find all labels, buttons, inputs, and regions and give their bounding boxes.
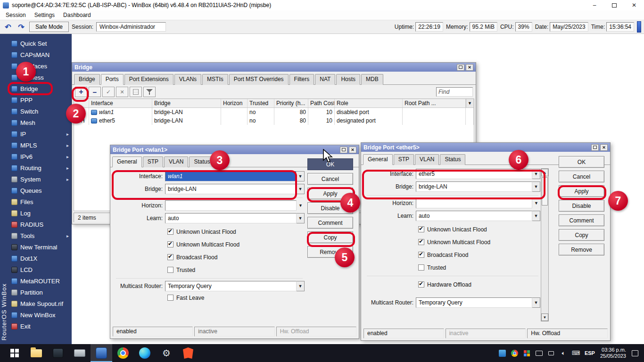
tab-status[interactable]: Status: [440, 154, 465, 165]
sidebar-item-dot1x[interactable]: Dot1X: [8, 253, 72, 264]
tab-general[interactable]: General: [112, 156, 142, 167]
tab-vlan[interactable]: VLAN: [415, 154, 439, 165]
close-icon[interactable]: ✕: [466, 64, 473, 71]
column-trusted[interactable]: Trusted: [248, 99, 274, 107]
dialog-titlebar[interactable]: Bridge Port <wlan1> ✕: [110, 145, 359, 154]
column-horizon[interactable]: Horizon: [221, 99, 248, 107]
file-explorer-icon[interactable]: [25, 344, 47, 362]
learn-field[interactable]: auto: [165, 213, 297, 223]
chevron-down-icon[interactable]: ▼: [532, 198, 540, 208]
keyboard-icon[interactable]: ⌨: [572, 350, 579, 357]
menu-settings[interactable]: Settings: [31, 11, 58, 19]
tab-filters[interactable]: Filters: [289, 74, 314, 85]
unknown-multicast-flood-checkbox[interactable]: [167, 241, 173, 247]
sidebar-item-ppp[interactable]: PPP: [8, 94, 72, 106]
cancel-button[interactable]: Cancel: [307, 173, 353, 185]
safe-mode-button[interactable]: Safe Mode: [29, 22, 69, 32]
winbox-taskbar-icon[interactable]: [91, 344, 112, 362]
sidebar-item-new-winbox[interactable]: New WinBox: [8, 309, 72, 321]
table-row[interactable]: I wlan1 bridge-LAN no 80 10 disabled por…: [74, 108, 474, 116]
enable-button[interactable]: ✓: [102, 87, 115, 97]
chevron-down-icon[interactable]: ▼: [297, 200, 305, 211]
tab-vlan[interactable]: VLAN: [164, 156, 188, 167]
volume-muted-icon[interactable]: 🔈︎: [560, 350, 567, 357]
unknown-unicast-flood-checkbox[interactable]: [418, 226, 424, 232]
sort-button[interactable]: ▼: [466, 99, 474, 107]
tab-stp[interactable]: STP: [143, 156, 163, 167]
bridge-window-titlebar[interactable]: Bridge ✕: [72, 63, 476, 72]
sidebar-item-log[interactable]: Log: [8, 207, 72, 219]
unknown-unicast-flood-checkbox[interactable]: [167, 229, 173, 235]
sidebar-item-queues[interactable]: Queues: [8, 185, 72, 196]
remove-button[interactable]: Remove: [559, 244, 604, 255]
chevron-down-icon[interactable]: ▼: [297, 184, 305, 194]
sidebar-item-partition[interactable]: Partition: [8, 287, 72, 298]
disable-button[interactable]: Disable: [559, 200, 604, 212]
restore-icon[interactable]: [457, 64, 464, 71]
sidebar-item-metarouter[interactable]: MetaROUTER: [8, 275, 72, 287]
restore-icon[interactable]: [340, 147, 347, 153]
sidebar-item-tools[interactable]: Tools▸: [8, 230, 72, 241]
column-interface[interactable]: Interface: [89, 99, 152, 107]
tab-mstis[interactable]: MSTIs: [202, 74, 228, 85]
column-role[interactable]: Role: [335, 99, 403, 107]
comment-button[interactable]: Comment: [559, 214, 604, 226]
scroll-down-icon[interactable]: ▼: [541, 313, 548, 321]
hardware-offload-checkbox[interactable]: [418, 281, 424, 288]
tab-mdb[interactable]: MDB: [361, 74, 383, 85]
trusted-checkbox[interactable]: [418, 264, 424, 271]
close-icon[interactable]: ✕: [349, 147, 356, 153]
brave-icon[interactable]: [177, 344, 199, 362]
fast-leave-checkbox[interactable]: [167, 295, 173, 301]
table-row[interactable]: 1 H ether5 bridge-LAN no 80 10 designate…: [74, 116, 474, 125]
close-icon[interactable]: ✕: [600, 144, 608, 151]
maximize-icon[interactable]: [611, 2, 618, 8]
sidebar-item-quick-set[interactable]: Quick Set: [8, 38, 72, 49]
tab-general[interactable]: General: [363, 154, 393, 165]
tab-ports[interactable]: Ports: [101, 74, 124, 85]
chevron-down-icon[interactable]: ▼: [297, 213, 305, 223]
comment-button[interactable]: Comment: [307, 217, 353, 229]
column-root-path[interactable]: Root Path ...: [403, 99, 466, 107]
multicast-router-field[interactable]: Temporary Query: [416, 297, 532, 308]
cancel-button[interactable]: Cancel: [559, 171, 604, 182]
tab-bridge[interactable]: Bridge: [74, 74, 100, 85]
tab-port-mst-overrides[interactable]: Port MST Overrides: [229, 74, 289, 85]
sidebar-item-files[interactable]: Files: [8, 196, 72, 207]
sidebar-item-switch[interactable]: Switch: [8, 106, 72, 117]
redo-icon[interactable]: ↷: [16, 23, 26, 32]
sidebar-item-new-terminal[interactable]: New Terminal: [8, 241, 72, 253]
sidebar-item-system[interactable]: System▸: [8, 173, 72, 185]
tab-vlans[interactable]: VLANs: [174, 74, 201, 85]
trusted-checkbox[interactable]: [167, 267, 173, 273]
sidebar-item-make-supout-rif[interactable]: Make Supout.rif: [8, 298, 72, 309]
tray-app-icon[interactable]: [499, 350, 506, 357]
remove-button[interactable]: −: [89, 87, 101, 97]
sidebar-item-mpls[interactable]: MPLS▸: [8, 140, 72, 151]
taskbar-clock[interactable]: 03:36 p.m. 25/05/2023: [600, 347, 626, 359]
printer-app-icon[interactable]: [69, 344, 91, 362]
chevron-down-icon[interactable]: ▼: [297, 281, 305, 291]
broadcast-flood-checkbox[interactable]: [418, 252, 424, 258]
broadcast-flood-checkbox[interactable]: [167, 254, 173, 260]
ok-button[interactable]: OK: [559, 156, 604, 168]
restore-icon[interactable]: [591, 144, 599, 151]
learn-field[interactable]: auto: [416, 211, 532, 221]
chevron-down-icon[interactable]: ▼: [532, 297, 540, 308]
find-input[interactable]: [436, 87, 473, 97]
horizon-field[interactable]: [165, 200, 297, 211]
chevron-down-icon[interactable]: ▼: [297, 171, 305, 181]
sidebar-item-radius[interactable]: RADIUS: [8, 219, 72, 230]
tab-nat[interactable]: NAT: [315, 74, 335, 85]
network-tray-icon[interactable]: [548, 350, 555, 357]
apps-grid-tray-icon[interactable]: [523, 350, 530, 357]
copy-button[interactable]: Copy: [559, 229, 604, 241]
tab-port-extensions[interactable]: Port Extensions: [124, 74, 173, 85]
minimize-icon[interactable]: –: [591, 2, 598, 8]
disable-button[interactable]: ✕: [116, 87, 128, 97]
settings-gear-icon[interactable]: ⚙: [156, 344, 177, 362]
column-bridge[interactable]: Bridge: [152, 99, 221, 107]
sidebar-item-mesh[interactable]: Mesh: [8, 117, 72, 128]
sidebar-item-exit[interactable]: Exit: [8, 321, 72, 332]
menu-dashboard[interactable]: Dashboard: [59, 11, 95, 19]
